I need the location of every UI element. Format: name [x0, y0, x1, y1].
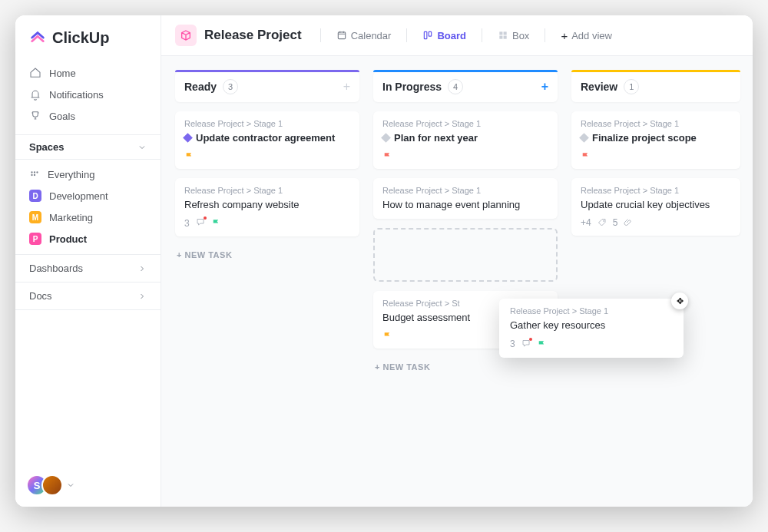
comment-count: 3: [510, 339, 515, 349]
grid-icon: [498, 30, 508, 41]
nav-home[interactable]: Home: [15, 62, 161, 84]
header-bar: Release Project Calendar Board Box + Add…: [161, 15, 753, 56]
column-color-bar: [571, 70, 740, 72]
paperclip-icon: [624, 218, 633, 227]
nav-dashboards-label: Dashboards: [29, 263, 83, 274]
svg-rect-10: [499, 36, 502, 39]
column-count: 3: [223, 79, 238, 94]
comment-count: 3: [184, 218, 190, 229]
column-in-progress: In Progress 4 + Release Project > Stage …: [373, 71, 558, 491]
card-title: Update contractor agreement: [196, 131, 335, 145]
project-title: Release Project: [204, 28, 302, 43]
space-development[interactable]: D Development: [15, 185, 161, 207]
svg-point-1: [34, 171, 35, 173]
task-card[interactable]: Release Project > Stage 1 Finalize proje…: [571, 111, 740, 169]
column-add-button[interactable]: +: [541, 80, 548, 94]
column-color-bar: [373, 70, 558, 72]
nav-goals-label: Goals: [49, 111, 75, 122]
comment-icon-wrapper: [196, 217, 205, 229]
space-badge: D: [29, 190, 41, 202]
priority-diamond-icon: [381, 133, 391, 143]
divider: [320, 28, 321, 42]
nav-notifications[interactable]: Notifications: [15, 84, 161, 105]
svg-point-2: [36, 171, 38, 173]
column-add-button[interactable]: +: [343, 80, 350, 94]
space-everything-label: Everything: [48, 169, 94, 180]
space-badge: P: [29, 233, 41, 245]
task-card[interactable]: Release Project > Stage 1 Update crucial…: [571, 178, 740, 236]
column-color-bar: [175, 70, 359, 72]
card-breadcrumb: Release Project > Stage 1: [581, 186, 731, 195]
nav-docs-label: Docs: [29, 290, 52, 302]
task-card[interactable]: Release Project > Stage 1 How to manage …: [373, 178, 558, 220]
card-breadcrumb: Release Project > Stage 1: [184, 119, 350, 128]
priority-diamond-icon: [579, 133, 589, 143]
move-cursor-icon: ✥: [671, 292, 688, 309]
flag-icon: [581, 151, 591, 161]
card-title: Update crucial key objectives: [581, 198, 731, 212]
view-board[interactable]: Board: [416, 27, 472, 45]
svg-rect-8: [499, 31, 502, 35]
chevron-down-icon: [137, 143, 147, 152]
column-review: Review 1 Release Project > Stage 1 Final…: [571, 71, 740, 491]
new-task-button[interactable]: + NEW TASK: [373, 358, 558, 376]
card-breadcrumb: Release Project > Stage 1: [382, 119, 548, 128]
avatar-team[interactable]: [41, 474, 63, 496]
comment-icon: [196, 217, 205, 226]
card-title: How to manage event planning: [382, 198, 548, 212]
space-product[interactable]: P Product: [15, 228, 161, 249]
divider: [545, 28, 545, 42]
space-label: Marketing: [49, 212, 93, 223]
chevron-down-icon[interactable]: [66, 481, 75, 490]
view-label: Board: [437, 30, 466, 41]
column-ready: Ready 3 + Release Project > Stage 1 Upda…: [175, 71, 359, 491]
column-header[interactable]: In Progress 4 +: [373, 71, 558, 102]
column-header[interactable]: Review 1: [571, 71, 740, 102]
view-label: Calendar: [351, 30, 392, 41]
sidebar-footer: S: [15, 474, 161, 496]
calendar-icon: [336, 30, 347, 41]
brand-name: ClickUp: [52, 29, 109, 47]
divider: [406, 28, 407, 42]
space-everything[interactable]: Everything: [15, 164, 161, 185]
view-calendar[interactable]: Calendar: [330, 27, 398, 45]
box-icon: [180, 29, 192, 41]
bell-icon: [29, 88, 41, 101]
project-icon[interactable]: [175, 25, 197, 46]
nav-docs[interactable]: Docs: [15, 282, 161, 310]
spaces-header[interactable]: Spaces: [15, 134, 161, 160]
svg-rect-9: [504, 31, 507, 35]
card-title: Gather key resources: [510, 319, 673, 332]
divider: [482, 28, 482, 42]
dragging-card[interactable]: Release Project > Stage 1 Gather key res…: [499, 299, 684, 358]
column-header[interactable]: Ready 3 +: [175, 71, 359, 102]
nav-home-label: Home: [49, 68, 76, 79]
column-count: 1: [624, 79, 639, 94]
space-label: Development: [49, 190, 108, 202]
card-breadcrumb: Release Project > Stage 1: [184, 186, 350, 195]
comment-icon: [521, 339, 531, 348]
svg-point-0: [31, 171, 32, 173]
task-card[interactable]: Release Project > Stage 1 Refresh compan…: [175, 178, 359, 237]
nav-dashboards[interactable]: Dashboards: [15, 254, 161, 282]
card-title: Finalize project scope: [592, 131, 697, 145]
plus-icon: +: [561, 29, 568, 42]
new-task-button[interactable]: + NEW TASK: [175, 246, 359, 264]
space-label: Product: [49, 233, 87, 245]
view-label: Add view: [571, 30, 612, 41]
svg-rect-7: [429, 31, 432, 36]
drop-placeholder[interactable]: [373, 228, 558, 282]
sidebar: ClickUp Home Notifications Goals Spaces: [15, 15, 161, 507]
task-card[interactable]: Release Project > Stage 1 Plan for next …: [373, 111, 558, 169]
logo[interactable]: ClickUp: [15, 26, 161, 59]
space-badge: M: [29, 211, 41, 223]
space-marketing[interactable]: M Marketing: [15, 207, 161, 228]
nav-goals[interactable]: Goals: [15, 105, 161, 127]
svg-point-4: [34, 173, 35, 175]
nav-main: Home Notifications Goals: [15, 59, 161, 130]
card-breadcrumb: Release Project > Stage 1: [510, 306, 673, 316]
view-box[interactable]: Box: [492, 27, 535, 45]
view-add[interactable]: + Add view: [554, 26, 618, 45]
home-icon: [29, 67, 41, 79]
task-card[interactable]: Release Project > Stage 1 Update contrac…: [175, 111, 359, 169]
